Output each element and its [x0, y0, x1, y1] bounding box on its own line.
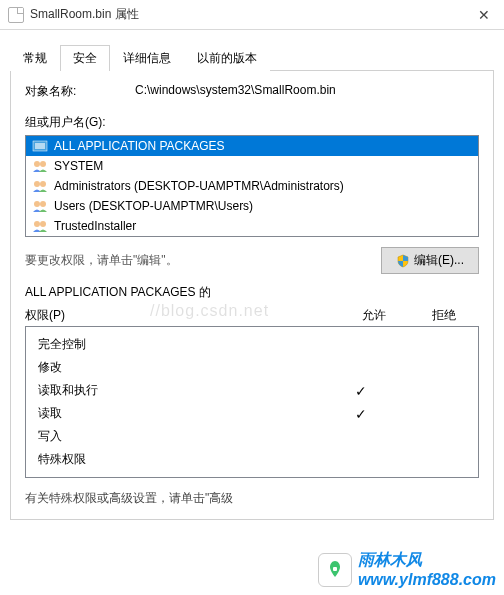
- group-name: SYSTEM: [54, 159, 103, 173]
- edit-button[interactable]: 编辑(E)...: [381, 247, 479, 274]
- svg-point-6: [34, 201, 40, 207]
- users-icon: [32, 159, 48, 173]
- perm-header-for: ALL APPLICATION PACKAGES 的: [25, 284, 479, 301]
- object-name-label: 对象名称:: [25, 83, 135, 100]
- watermark-url: www.ylmf888.com: [358, 571, 496, 588]
- perm-header-deny: 拒绝: [409, 307, 479, 324]
- group-row[interactable]: Administrators (DESKTOP-UAMPTMR\Administ…: [26, 176, 478, 196]
- group-row[interactable]: Users (DESKTOP-UAMPTMR\Users): [26, 196, 478, 216]
- permission-row: 完全控制: [30, 333, 474, 356]
- users-icon: [32, 199, 48, 213]
- users-icon: [32, 219, 48, 233]
- tab-previous[interactable]: 以前的版本: [184, 45, 270, 71]
- security-panel: 对象名称: C:\windows\system32\SmallRoom.bin …: [10, 71, 494, 520]
- tab-general[interactable]: 常规: [10, 45, 60, 71]
- groups-listbox[interactable]: ALL APPLICATION PACKAGESSYSTEMAdministra…: [25, 135, 479, 237]
- edit-hint: 要更改权限，请单击"编辑"。: [25, 252, 373, 269]
- svg-point-5: [40, 181, 46, 187]
- svg-point-2: [34, 161, 40, 167]
- svg-point-4: [34, 181, 40, 187]
- watermark-text: 雨林木风: [358, 551, 422, 568]
- svg-point-9: [40, 221, 46, 227]
- permission-row: 读取✓: [30, 402, 474, 425]
- users-icon: [32, 179, 48, 193]
- permission-name: 完全控制: [38, 336, 326, 353]
- edit-button-label: 编辑(E)...: [414, 252, 464, 269]
- permission-allow: ✓: [326, 383, 396, 399]
- object-name-value: C:\windows\system32\SmallRoom.bin: [135, 83, 479, 100]
- svg-point-7: [40, 201, 46, 207]
- watermark-logo-icon: [318, 553, 352, 587]
- package-icon: [32, 139, 48, 153]
- group-row[interactable]: TrustedInstaller: [26, 216, 478, 236]
- permission-name: 写入: [38, 428, 326, 445]
- group-row[interactable]: SYSTEM: [26, 156, 478, 176]
- watermark: 雨林木风 www.ylmf888.com: [318, 550, 496, 589]
- group-name: TrustedInstaller: [54, 219, 136, 233]
- group-name: Users (DESKTOP-UAMPTMR\Users): [54, 199, 253, 213]
- window-title: SmallRoom.bin 属性: [30, 6, 464, 23]
- perm-header-perm: 权限(P): [25, 307, 339, 324]
- perm-header-allow: 允许: [339, 307, 409, 324]
- groups-label: 组或用户名(G):: [25, 114, 479, 131]
- group-name: Administrators (DESKTOP-UAMPTMR\Administ…: [54, 179, 344, 193]
- permissions-listbox: 完全控制修改读取和执行✓读取✓写入特殊权限: [25, 326, 479, 478]
- group-row[interactable]: ALL APPLICATION PACKAGES: [26, 136, 478, 156]
- tab-details[interactable]: 详细信息: [110, 45, 184, 71]
- permission-row: 特殊权限: [30, 448, 474, 471]
- svg-rect-10: [333, 567, 337, 571]
- permission-row: 修改: [30, 356, 474, 379]
- permission-name: 读取和执行: [38, 382, 326, 399]
- permission-name: 读取: [38, 405, 326, 422]
- close-icon[interactable]: ✕: [464, 0, 504, 30]
- permission-allow: ✓: [326, 406, 396, 422]
- tab-strip: 常规 安全 详细信息 以前的版本: [10, 44, 494, 71]
- svg-point-3: [40, 161, 46, 167]
- permission-row: 写入: [30, 425, 474, 448]
- svg-point-8: [34, 221, 40, 227]
- permission-row: 读取和执行✓: [30, 379, 474, 402]
- advanced-hint: 有关特殊权限或高级设置，请单击"高级: [25, 490, 479, 507]
- permission-name: 修改: [38, 359, 326, 376]
- permission-name: 特殊权限: [38, 451, 326, 468]
- group-name: ALL APPLICATION PACKAGES: [54, 139, 225, 153]
- svg-rect-1: [35, 143, 45, 149]
- file-icon: [8, 7, 24, 23]
- shield-icon: [396, 254, 410, 268]
- tab-security[interactable]: 安全: [60, 45, 110, 71]
